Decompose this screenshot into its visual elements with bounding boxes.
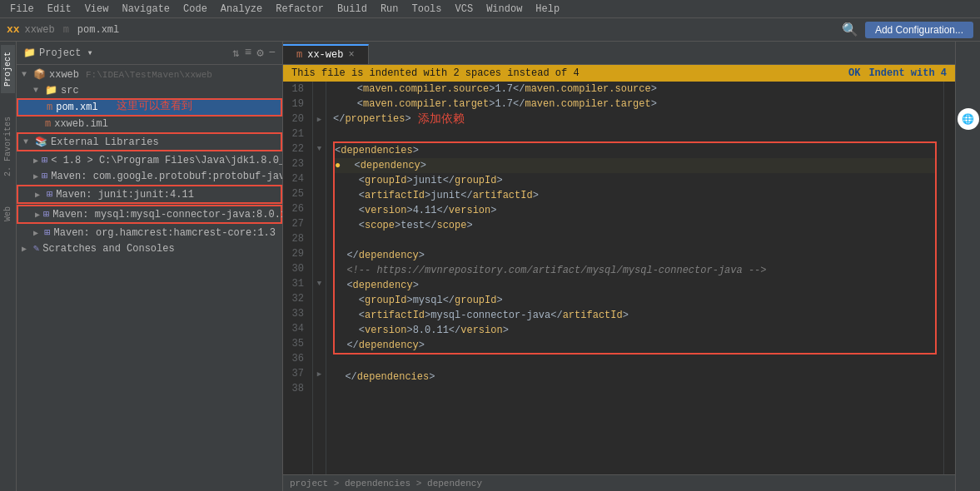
ln-31: 31 xyxy=(283,276,307,291)
gutter-33 xyxy=(313,306,326,321)
side-tab-web[interactable]: Web xyxy=(1,200,15,228)
tree-item-scratches[interactable]: ▶ ✎ Scratches and Consoles xyxy=(17,241,282,256)
folder-icon: 📁 xyxy=(23,47,36,59)
gutter-37[interactable]: ▶ xyxy=(313,366,326,381)
warning-dot-23: ● xyxy=(335,158,341,173)
gutter-22[interactable]: ▼ xyxy=(313,141,326,156)
ln-30: 30 xyxy=(283,261,307,276)
collapse-icon[interactable]: ≡ xyxy=(245,46,251,60)
tree-item-external-libs[interactable]: ▼ 📚 External Libraries xyxy=(17,132,282,151)
side-tab-favorites[interactable]: 2. Favorites xyxy=(1,110,15,183)
project-header: 📁 Project ▾ ⇅ ≡ ⚙ − xyxy=(17,42,282,65)
project-icon: 📦 xyxy=(33,68,46,81)
code-line-20: </properties> 添加依赖 xyxy=(333,112,937,126)
code-line-18: <maven.compiler.source>1.7</maven.compil… xyxy=(333,82,937,97)
code-line-35: </dependency> xyxy=(335,338,935,353)
tree-item-protobuf[interactable]: ▶ ⊞ Maven: com.google.protobuf:protobuf-… xyxy=(17,168,282,184)
menu-navigate[interactable]: Navigate xyxy=(115,2,177,17)
notification-indent-button[interactable]: Indent with 4 xyxy=(868,67,947,79)
tree-item-junit[interactable]: ▶ ⊞ Maven: junit:junit:4.11 xyxy=(17,185,282,204)
settings-icon[interactable]: ⚙ xyxy=(256,46,263,60)
code-content[interactable]: <maven.compiler.source>1.7</maven.compil… xyxy=(326,82,943,474)
menu-run[interactable]: Run xyxy=(374,2,405,17)
tree-item-xxweb[interactable]: ▼ 📦 xxweb F:\IDEA\TestMaven\xxweb xyxy=(17,67,282,82)
code-text-37: </dependencies> xyxy=(333,369,435,384)
side-tabs: Project 2. Favorites Web xyxy=(0,42,17,491)
close-icon[interactable]: − xyxy=(269,46,276,60)
tree-label-protobuf: Maven: com.google.protobuf:protobuf-java… xyxy=(51,171,282,182)
gutter-20[interactable]: ▶ xyxy=(313,112,326,126)
project-header-icons: ⇅ ≡ ⚙ − xyxy=(232,46,276,60)
right-scrollbar[interactable] xyxy=(943,82,955,474)
menu-view[interactable]: View xyxy=(78,2,116,17)
menu-edit[interactable]: Edit xyxy=(41,2,78,17)
editor-area: m xx-web × This file is indented with 2 … xyxy=(283,42,955,491)
lib-icon: 📚 xyxy=(35,136,47,148)
tab-xml-icon: m xyxy=(296,49,302,61)
code-text-29: </dependency> xyxy=(335,248,425,263)
sync-icon[interactable]: ⇅ xyxy=(232,46,239,60)
menu-analyze[interactable]: Analyze xyxy=(214,2,269,17)
tree-label-scratches: Scratches and Consoles xyxy=(42,243,174,255)
tree-label-xxweb: xxweb xyxy=(49,69,79,81)
gutter-28 xyxy=(313,231,326,246)
code-line-22: <dependencies> xyxy=(335,143,935,158)
arrow-protobuf: ▶ xyxy=(33,171,38,181)
menu-window[interactable]: Window xyxy=(480,2,529,17)
annotation-text: 这里可以查看到 xyxy=(117,98,192,113)
code-line-33: <artifactId>mysql-connector-java</artifa… xyxy=(335,308,935,323)
menu-vcs[interactable]: VCS xyxy=(449,2,480,17)
code-text-27: <scope>test</scope> xyxy=(335,218,473,233)
menu-code[interactable]: Code xyxy=(177,2,214,17)
menu-file[interactable]: File xyxy=(3,2,41,17)
gutter-19 xyxy=(313,97,326,112)
notification-ok-button[interactable]: OK xyxy=(848,67,860,79)
tree-item-xxweb-iml[interactable]: m xxweb.iml xyxy=(17,117,282,131)
title-separator: xxweb xyxy=(25,24,55,36)
add-config-button[interactable]: Add Configuration... xyxy=(865,22,973,38)
editor-tab-xx-web[interactable]: m xx-web × xyxy=(283,44,369,64)
code-line-23: ● <dependency> xyxy=(335,158,935,173)
gutter-30 xyxy=(313,261,326,276)
code-text-22: <dependencies> xyxy=(335,143,419,158)
lib-mysql-icon: ⊞ xyxy=(43,208,49,221)
menu-refactor[interactable]: Refactor xyxy=(269,2,331,17)
code-text-24: <groupId>junit</groupId> xyxy=(335,173,503,188)
ln-25: 25 xyxy=(283,186,307,201)
ln-32: 32 xyxy=(283,291,307,306)
chrome-icon[interactable]: 🌐 xyxy=(958,108,979,130)
code-line-26: <version>4.11</version> xyxy=(335,203,935,218)
tree-item-src[interactable]: ▼ 📁 src xyxy=(17,82,282,98)
code-line-27: <scope>test</scope> xyxy=(335,218,935,233)
code-line-31: <dependency> xyxy=(335,278,935,293)
expand-arrow-libs: ▼ xyxy=(23,137,32,146)
titlebar-left: xx xxweb m pom.xml xyxy=(7,23,119,36)
code-editor: 18 19 20 21 22 23 24 25 26 27 28 29 30 3… xyxy=(283,82,955,474)
fold-icon-37: ▶ xyxy=(317,369,321,379)
gutter-31[interactable]: ▼ xyxy=(313,276,326,291)
code-line-34: <version>8.0.11</version> xyxy=(335,323,935,338)
title-file: pom.xml xyxy=(77,24,119,36)
menu-build[interactable]: Build xyxy=(331,2,374,17)
tree-label-src: src xyxy=(61,85,79,97)
gutter-21 xyxy=(313,126,326,141)
jdk-icon: ⊞ xyxy=(42,154,47,166)
tree-item-hamcrest[interactable]: ▶ ⊞ Maven: org.hamcrest:hamcrest-core:1.… xyxy=(17,225,282,241)
search-icon[interactable]: 🔍 xyxy=(842,22,858,38)
tree-item-mysql[interactable]: ▶ ⊞ Maven: mysql:mysql-connector-java:8.… xyxy=(17,205,282,224)
tree-path: F:\IDEA\TestMaven\xxweb xyxy=(86,70,212,80)
ln-29: 29 xyxy=(283,246,307,261)
notification-bar: This file is indented with 2 spaces inst… xyxy=(283,65,955,82)
ln-38: 38 xyxy=(283,381,307,396)
menu-help[interactable]: Help xyxy=(529,2,566,17)
line-numbers: 18 19 20 21 22 23 24 25 26 27 28 29 30 3… xyxy=(283,82,313,474)
fold-icon-20: ▶ xyxy=(317,115,321,124)
code-line-29: </dependency> xyxy=(335,248,935,263)
tree-item-jdk[interactable]: ▶ ⊞ < 1.8 > C:\Program Files\Java\jdk1.8… xyxy=(17,152,282,168)
side-tab-project[interactable]: Project xyxy=(1,45,15,93)
main-layout: Project 2. Favorites Web 📁 Project ▾ ⇅ ≡… xyxy=(0,42,980,491)
code-gutter: ▶ ▼ ▼ ▶ xyxy=(313,82,326,474)
app-logo: xx xyxy=(7,23,20,36)
menu-tools[interactable]: Tools xyxy=(405,2,449,17)
project-panel: 📁 Project ▾ ⇅ ≡ ⚙ − ▼ 📦 xxweb F:\IDEA\Te… xyxy=(17,42,283,491)
